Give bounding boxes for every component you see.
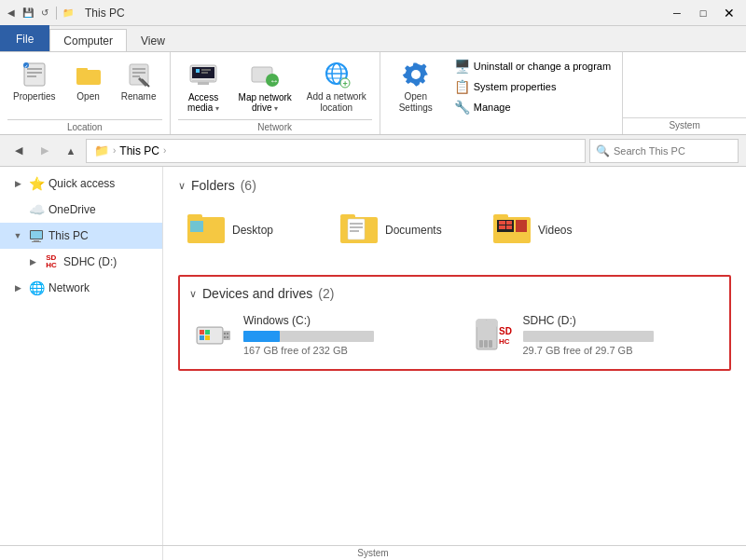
- this-pc-label: This PC: [48, 229, 89, 242]
- svg-point-31: [411, 70, 421, 79]
- main-layout: ▶ ⭐ Quick access ☁️ OneDrive ▼ This PC ▶: [0, 167, 746, 560]
- save-icon[interactable]: 💾: [21, 6, 35, 20]
- uninstall-icon: 🖥️: [455, 59, 470, 74]
- svg-rect-19: [201, 69, 211, 71]
- settings-icon: [401, 60, 431, 89]
- open-label: Open: [76, 91, 99, 102]
- undo-icon[interactable]: ↺: [37, 6, 52, 20]
- breadcrumb-arrow: ›: [163, 145, 166, 156]
- search-input[interactable]: [614, 145, 732, 157]
- add-network-location-label: Add a networklocation: [307, 91, 366, 114]
- location-group-label: Location: [7, 119, 162, 134]
- folders-count: (6): [241, 178, 256, 193]
- svg-text:✓: ✓: [24, 63, 28, 69]
- window-controls: ─ □ ✕: [664, 0, 742, 26]
- expand-icon-thispc: ▼: [11, 231, 24, 240]
- sdhc-drive-name: SDHC (D:): [523, 314, 717, 327]
- open-button[interactable]: Open: [65, 56, 112, 106]
- ribbon-group-location: ✓ Properties Open: [0, 52, 171, 134]
- folder-documents[interactable]: Documents: [331, 204, 480, 256]
- windows-drive-fill: [243, 331, 280, 342]
- drives-section: ∨ Devices and drives (2): [178, 275, 731, 371]
- access-media-button[interactable]: Accessmedia ▾: [178, 56, 229, 116]
- sidebar-item-onedrive[interactable]: ☁️ OneDrive: [0, 197, 162, 223]
- desktop-folder-icon: [187, 210, 225, 251]
- expand-icon-network: ▶: [11, 283, 24, 293]
- system-group-label: System: [0, 545, 746, 560]
- svg-rect-68: [484, 340, 488, 348]
- breadcrumb-separator: ›: [113, 145, 116, 156]
- svg-rect-1: [27, 68, 42, 70]
- svg-rect-35: [32, 241, 41, 242]
- svg-rect-40: [340, 214, 355, 219]
- ribbon-group-network: Accessmedia ▾ ↔ Map networkdrive ▾: [171, 52, 380, 134]
- system-properties-button[interactable]: 📋 System properties: [451, 77, 615, 96]
- drive-windows-c[interactable]: Windows (C:) 167 GB free of 232 GB: [189, 310, 441, 360]
- sdhc-icon: SDHC: [43, 253, 60, 270]
- breadcrumb-thispc: This PC: [119, 144, 159, 157]
- this-pc-icon: [28, 227, 45, 244]
- windows-drive-space: 167 GB free of 232 GB: [243, 345, 437, 356]
- svg-rect-43: [350, 226, 363, 228]
- svg-rect-16: [192, 80, 214, 82]
- onedrive-icon: ☁️: [28, 201, 45, 218]
- windows-drive-name: Windows (C:): [243, 314, 437, 327]
- uninstall-button[interactable]: 🖥️ Uninstall or change a program: [451, 57, 615, 75]
- close-button[interactable]: ✕: [716, 0, 742, 26]
- drives-label: Devices and drives: [202, 286, 312, 301]
- sidebar-item-this-pc[interactable]: ▼ This PC: [0, 223, 162, 249]
- documents-folder-icon: [340, 210, 378, 251]
- desktop-label: Desktop: [232, 224, 273, 237]
- folders-chevron[interactable]: ∨: [178, 180, 186, 192]
- map-network-drive-button[interactable]: ↔ Map networkdrive ▾: [235, 56, 296, 116]
- drives-chevron[interactable]: ∨: [189, 288, 197, 300]
- maximize-button[interactable]: □: [690, 0, 716, 26]
- sidebar-item-network[interactable]: ▶ 🌐 Network: [0, 275, 162, 301]
- drive-sdhc-d[interactable]: SD HC SDHC (D:) 29.7 GB free of 29.7 GB: [469, 310, 721, 360]
- sidebar-item-sdhc[interactable]: ▶ SDHC SDHC (D:): [0, 249, 162, 275]
- rename-label: Rename: [121, 91, 157, 102]
- svg-rect-61: [227, 333, 228, 335]
- svg-rect-56: [205, 330, 210, 335]
- folder-videos[interactable]: Videos: [484, 204, 633, 256]
- svg-rect-65: [477, 320, 486, 327]
- tab-view[interactable]: View: [127, 29, 179, 51]
- up-button[interactable]: ▲: [60, 140, 82, 162]
- sidebar-item-quick-access[interactable]: ▶ ⭐ Quick access: [0, 171, 162, 197]
- svg-rect-10: [132, 72, 145, 74]
- folder-desktop[interactable]: Desktop: [178, 204, 327, 256]
- folders-section-header: ∨ Folders (6): [178, 178, 731, 193]
- tab-file[interactable]: File: [0, 25, 49, 51]
- open-settings-button[interactable]: OpenSettings: [388, 56, 444, 117]
- access-media-icon: [188, 60, 218, 92]
- add-network-location-button[interactable]: + Add a networklocation: [301, 56, 372, 117]
- svg-rect-2: [27, 72, 42, 74]
- svg-rect-52: [516, 220, 527, 232]
- svg-rect-55: [200, 330, 204, 335]
- forward-button[interactable]: ▶: [34, 140, 56, 162]
- search-icon: 🔍: [596, 144, 610, 157]
- manage-button[interactable]: 🔧 Manage: [451, 98, 615, 116]
- windows-drive-icon: [193, 314, 234, 355]
- folders-grid: Desktop Documents: [178, 204, 731, 256]
- uninstall-label: Uninstall or change a program: [474, 61, 611, 72]
- properties-button[interactable]: ✓ Properties: [7, 56, 62, 106]
- videos-folder-icon: [493, 210, 531, 251]
- minimize-button[interactable]: ─: [664, 0, 690, 26]
- tab-computer[interactable]: Computer: [49, 29, 127, 51]
- svg-rect-41: [348, 219, 365, 239]
- system-label-bottom: System: [623, 117, 746, 134]
- address-path[interactable]: 📁 › This PC ›: [86, 139, 586, 163]
- svg-text:↔: ↔: [269, 75, 279, 86]
- properties-icon: ✓: [20, 60, 49, 89]
- svg-rect-42: [350, 223, 363, 225]
- svg-rect-33: [31, 231, 42, 239]
- back-button[interactable]: ◀: [7, 140, 30, 162]
- svg-rect-18: [196, 69, 200, 73]
- properties-label: Properties: [13, 91, 56, 102]
- svg-rect-60: [224, 333, 226, 335]
- system-properties-icon: 📋: [455, 79, 470, 94]
- map-network-drive-icon: ↔: [250, 60, 280, 92]
- rename-button[interactable]: Rename: [116, 56, 162, 106]
- manage-label: Manage: [474, 102, 511, 113]
